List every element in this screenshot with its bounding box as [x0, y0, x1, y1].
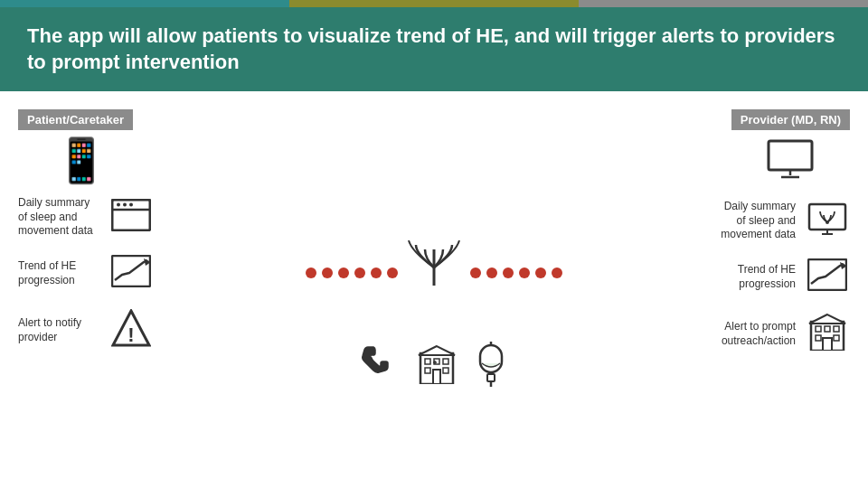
provider-sleep-label: Daily summary of sleep and movement data	[714, 200, 796, 242]
top-bars	[0, 0, 868, 7]
telephone-svg	[361, 345, 399, 383]
provider-alert-label: Alert to prompt outreach/action	[714, 320, 796, 348]
provider-trend-label: Trend of HE progression	[714, 263, 796, 291]
wave-svg	[407, 240, 461, 295]
patient-sleep-label: Daily summary of sleep and movement data	[18, 196, 99, 239]
iv-bag-svg	[475, 342, 507, 387]
warning-icon: !	[108, 309, 154, 352]
svg-rect-16	[443, 368, 448, 373]
signal-area	[306, 240, 562, 305]
monitor-icon	[767, 139, 814, 186]
patient-trend-row: Trend of HE progression	[18, 255, 199, 293]
hospital-icon	[417, 344, 457, 393]
provider-trend-row: Trend of HE progression	[714, 258, 850, 296]
browser-icon	[108, 199, 154, 237]
svg-rect-17	[433, 370, 440, 384]
trend-chart-icon	[108, 255, 154, 293]
main-content: Patient/Caretaker 📱 Daily summary of sle…	[0, 91, 868, 488]
patient-items-list: Daily summary of sleep and movement data…	[18, 196, 199, 352]
dot-10	[519, 267, 530, 278]
patient-label: Patient/Caretaker	[18, 109, 133, 130]
patient-column: Patient/Caretaker 📱 Daily summary of sle…	[18, 109, 199, 482]
svg-point-2	[117, 202, 120, 206]
patient-alert-row: Alert to notify provider !	[18, 309, 199, 352]
provider-items-list: Daily summary of sleep and movement data	[669, 200, 850, 356]
patient-alert-label: Alert to notify provider	[18, 316, 99, 344]
dot-3	[338, 267, 349, 278]
building-svg	[807, 313, 847, 351]
svg-rect-36	[825, 326, 830, 332]
dots-right	[470, 267, 562, 278]
dot-8	[486, 267, 497, 278]
middle-column	[199, 109, 669, 482]
dot-1	[306, 267, 316, 278]
svg-rect-38	[816, 335, 821, 341]
svg-point-3	[123, 202, 127, 206]
dot-5	[371, 267, 382, 278]
provider-alert-row: Alert to prompt outreach/action	[714, 313, 850, 356]
bottom-middle-icons	[361, 342, 507, 396]
provider-sleep-row: Daily summary of sleep and movement data	[714, 200, 850, 242]
provider-column: Provider (MD, RN) Daily summary of sleep…	[669, 109, 850, 482]
browser-svg	[111, 199, 151, 231]
patient-trend-label: Trend of HE progression	[18, 259, 99, 287]
svg-rect-23	[487, 374, 495, 381]
iv-bag-icon	[475, 342, 507, 396]
trend-chart-icon-right	[805, 258, 850, 296]
dot-9	[503, 267, 514, 278]
svg-point-4	[129, 202, 133, 206]
hospital-svg	[417, 344, 457, 384]
signal-wave-icon	[407, 240, 461, 305]
svg-marker-34	[809, 314, 845, 324]
svg-rect-20	[480, 345, 502, 372]
svg-text:!: !	[127, 324, 134, 346]
building-icon	[805, 313, 850, 356]
provider-label: Provider (MD, RN)	[731, 109, 850, 130]
telephone-icon	[361, 345, 399, 392]
bar-olive	[289, 0, 579, 7]
svg-marker-11	[419, 346, 455, 355]
svg-point-28	[826, 221, 829, 224]
trend-svg-right	[807, 258, 847, 291]
warning-svg: !	[111, 309, 151, 347]
wifi-monitor-svg	[807, 202, 847, 235]
bar-gray	[579, 0, 868, 7]
bar-teal	[0, 0, 289, 7]
svg-rect-39	[834, 335, 839, 341]
dot-2	[322, 267, 333, 278]
phone-icon: 📱	[54, 139, 108, 183]
dot-4	[354, 267, 365, 278]
wifi-monitor-icon	[805, 202, 850, 240]
svg-rect-12	[425, 359, 430, 364]
dots-left	[306, 267, 398, 278]
svg-rect-40	[823, 338, 832, 351]
patient-sleep-row: Daily summary of sleep and movement data	[18, 196, 199, 239]
trend-svg	[111, 255, 151, 287]
dot-12	[552, 267, 562, 278]
svg-rect-15	[425, 368, 430, 373]
dot-6	[387, 267, 398, 278]
dot-7	[470, 267, 481, 278]
header: The app will allow patients to visualize…	[0, 7, 868, 91]
svg-rect-27	[809, 204, 845, 230]
dot-11	[535, 267, 546, 278]
svg-rect-24	[769, 141, 812, 170]
svg-rect-35	[816, 326, 821, 332]
svg-rect-14	[443, 359, 448, 364]
header-title: The app will allow patients to visualize…	[27, 23, 841, 75]
monitor-svg	[767, 139, 814, 179]
svg-rect-37	[834, 326, 839, 332]
